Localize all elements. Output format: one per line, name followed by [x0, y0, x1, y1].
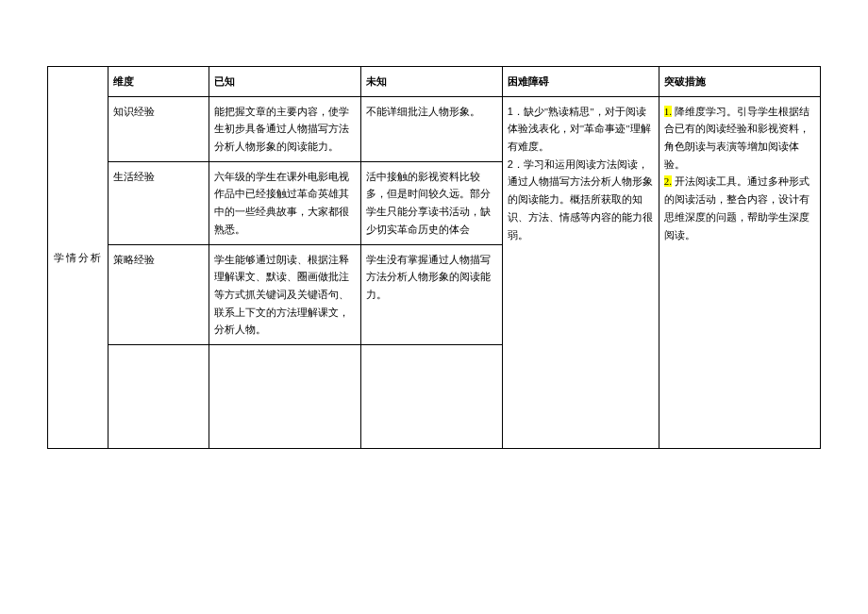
analysis-table: 学情分析 维度 已知 未知 困难障碍 突破措施 知识经验 能把握文章的主要内容，… [47, 66, 821, 449]
cell-strategy-known: 学生能够通过朗读、根据注释理解课文、默读、圈画做批注等方式抓关键词及关键语句、联… [209, 244, 361, 344]
measure-2-text: 开法阅读工具。通过多种形式的阅读活动，整合内容，设计有思维深度的问题，帮助学生深… [664, 175, 810, 240]
barrier-text-1: ．缺少"熟读精思"，对于阅读体验浅表化，对"革命事迹"理解有难度。 [508, 106, 651, 152]
header-row: 学情分析 维度 已知 未知 困难障碍 突破措施 [48, 67, 821, 97]
cell-measure: 1. 降维度学习。引导学生根据结合已有的阅读经验和影视资料，角色朗读与表演等增加… [659, 96, 820, 448]
cell-pad-1 [108, 344, 209, 448]
header-dimension: 维度 [108, 67, 209, 97]
header-unknown: 未知 [360, 67, 502, 97]
header-measure: 突破措施 [659, 67, 820, 97]
barrier-text-2: ．学习和运用阅读方法阅读，通过人物描写方法分析人物形象的阅读能力。概括所获取的知… [508, 158, 653, 241]
side-label: 学情分析 [48, 67, 108, 449]
cell-knowledge-unknown: 不能详细批注人物形象。 [360, 96, 502, 161]
header-known: 已知 [209, 67, 361, 97]
measure-2-highlight: 2. [664, 175, 672, 187]
cell-strategy-unknown: 学生没有掌握通过人物描写方法分析人物形象的阅读能力。 [360, 244, 502, 344]
cell-pad-2 [209, 344, 361, 448]
cell-knowledge-known: 能把握文章的主要内容，使学生初步具备通过人物描写方法分析人物形象的阅读能力。 [209, 96, 361, 161]
cell-life-known: 六年级的学生在课外电影电视作品中已经接触过革命英雄其中的一些经典故事，大家都很熟… [209, 161, 361, 244]
cell-knowledge-dimension: 知识经验 [108, 96, 209, 161]
row-knowledge: 知识经验 能把握文章的主要内容，使学生初步具备通过人物描写方法分析人物形象的阅读… [48, 96, 821, 161]
measure-1-text: 降维度学习。引导学生根据结合已有的阅读经验和影视资料，角色朗读与表演等增加阅读体… [664, 106, 810, 170]
cell-life-unknown: 活中接触的影视资料比较多，但是时间较久远。部分学生只能分享读书活动，缺少切实革命… [360, 161, 502, 244]
cell-life-dimension: 生活经验 [108, 161, 209, 244]
header-barrier: 困难障碍 [502, 67, 659, 97]
cell-strategy-dimension: 策略经验 [108, 244, 209, 344]
cell-barrier: 1．缺少"熟读精思"，对于阅读体验浅表化，对"革命事迹"理解有难度。 2．学习和… [502, 96, 659, 448]
cell-pad-3 [360, 344, 502, 448]
measure-1-highlight: 1. [664, 106, 672, 117]
